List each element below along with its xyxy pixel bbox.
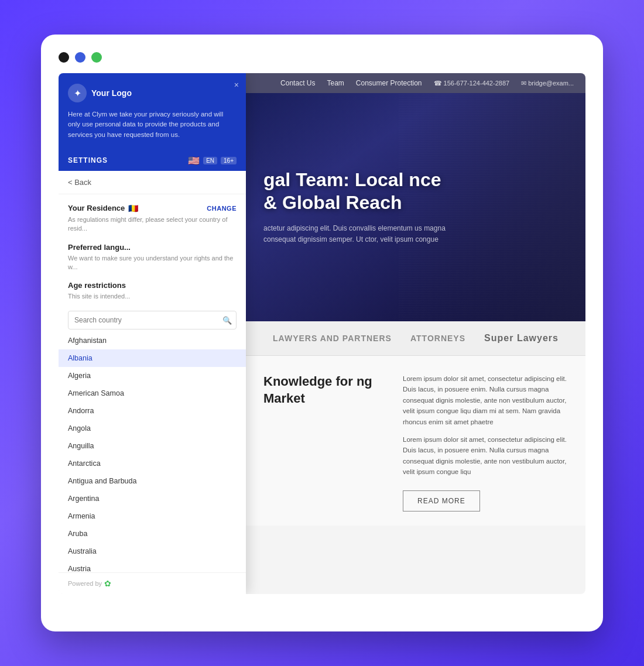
nav-contact[interactable]: Contact Us bbox=[280, 79, 315, 87]
cookie-panel: ✦ Your Logo × Here at Clym we take your … bbox=[59, 73, 246, 594]
list-item[interactable]: Armenia bbox=[59, 507, 246, 525]
hero-subtitle: actetur adipiscing elit. Duis convallis … bbox=[263, 223, 446, 245]
flag-us-icon: 🇺🇸 bbox=[188, 155, 200, 166]
change-residence-link[interactable]: CHANGE bbox=[207, 205, 237, 212]
list-item[interactable]: Albania bbox=[59, 349, 246, 367]
powered-by-text: Powered by bbox=[68, 580, 102, 587]
residence-title: Your Residence 🇷🇴 bbox=[68, 204, 138, 213]
content-body-2: Lorem ipsum dolor sit amet, consectetur … bbox=[403, 434, 568, 478]
list-item[interactable]: Antarctica bbox=[59, 455, 246, 472]
age-title-row: Age restrictions bbox=[68, 281, 237, 290]
settings-bar: SETTINGS 🇺🇸 EN 16+ bbox=[59, 150, 246, 171]
list-item[interactable]: Aruba bbox=[59, 525, 246, 543]
settings-label: SETTINGS bbox=[68, 156, 108, 164]
list-item[interactable]: Afghanistan bbox=[59, 332, 246, 349]
content-section: Knowledge for ng Market Lorem ipsum dolo… bbox=[246, 356, 585, 526]
content-title: Knowledge for ng Market bbox=[263, 373, 385, 407]
list-item[interactable]: Anguilla bbox=[59, 437, 246, 455]
language-title-row: Preferred langu... bbox=[68, 243, 237, 252]
list-item[interactable]: Austria bbox=[59, 560, 246, 572]
romania-flag-icon: 🇷🇴 bbox=[128, 204, 138, 213]
content-area: ✦ Your Logo × Here at Clym we take your … bbox=[59, 73, 585, 594]
browser-window: ✦ Your Logo × Here at Clym we take your … bbox=[41, 35, 603, 631]
dot-close[interactable] bbox=[59, 52, 69, 63]
language-desc: We want to make sure you understand your… bbox=[68, 254, 237, 272]
cookie-logo-icon: ✦ bbox=[68, 84, 87, 102]
site-hero: gal Team: Local nce & Global Reach actet… bbox=[246, 93, 585, 321]
content-right: Lorem ipsum dolor sit amet, consectetur … bbox=[403, 373, 568, 508]
logos-section: LAWYERS AND PARTNERS ATTORNEYS Super Law… bbox=[246, 321, 585, 356]
language-title: Preferred langu... bbox=[68, 243, 131, 252]
dot-minimize[interactable] bbox=[75, 52, 85, 63]
settings-right: 🇺🇸 EN 16+ bbox=[188, 155, 237, 166]
cookie-close-button[interactable]: × bbox=[234, 80, 239, 90]
nav-phone[interactable]: ☎ 156-677-124-442-2887 bbox=[434, 80, 510, 87]
logo-attorneys: ATTORNEYS bbox=[410, 334, 465, 343]
list-item[interactable]: Algeria bbox=[59, 367, 246, 385]
age-section: Age restrictions This site is intended..… bbox=[68, 281, 237, 301]
hero-title: gal Team: Local nce & Global Reach bbox=[263, 169, 446, 214]
country-search-wrapper: 🔍 bbox=[59, 311, 246, 329]
nav-team[interactable]: Team bbox=[327, 79, 344, 87]
cookie-description: Here at Clym we take your privacy seriou… bbox=[68, 109, 237, 140]
read-more-button[interactable]: READ MORE bbox=[403, 490, 480, 511]
hero-content: gal Team: Local nce & Global Reach actet… bbox=[263, 169, 446, 245]
content-left: Knowledge for ng Market bbox=[263, 373, 385, 508]
back-button[interactable]: < Back bbox=[59, 171, 246, 194]
residence-section: Your Residence 🇷🇴 CHANGE As regulations … bbox=[68, 204, 237, 234]
residence-desc: As regulations might differ, please sele… bbox=[68, 215, 237, 234]
list-item[interactable]: Argentina bbox=[59, 490, 246, 507]
list-item[interactable]: Australia bbox=[59, 543, 246, 560]
powered-logo-icon: ✿ bbox=[104, 579, 111, 588]
cookie-logo-text: Your Logo bbox=[91, 88, 132, 98]
age-badge[interactable]: 16+ bbox=[221, 157, 237, 164]
lang-badge[interactable]: EN bbox=[203, 157, 217, 164]
residence-title-row: Your Residence 🇷🇴 CHANGE bbox=[68, 204, 237, 213]
site-panel: Contact Us Team Consumer Protection ☎ 15… bbox=[246, 73, 585, 594]
back-label: < Back bbox=[68, 178, 91, 187]
list-item[interactable]: Angola bbox=[59, 420, 246, 437]
age-desc: This site is intended... bbox=[68, 292, 237, 301]
country-list: Afghanistan Albania Algeria American Sam… bbox=[59, 332, 246, 572]
language-section: Preferred langu... We want to make sure … bbox=[68, 243, 237, 272]
powered-by: Powered by ✿ bbox=[59, 572, 246, 594]
nav-email[interactable]: ✉ bridge@exam... bbox=[521, 80, 574, 87]
country-search-input[interactable] bbox=[68, 311, 237, 329]
site-nav: Contact Us Team Consumer Protection ☎ 15… bbox=[246, 73, 585, 93]
list-item[interactable]: Antigua and Barbuda bbox=[59, 472, 246, 490]
logo-super-lawyers: Super Lawyers bbox=[484, 333, 559, 344]
dot-maximize[interactable] bbox=[91, 52, 102, 63]
traffic-lights bbox=[59, 52, 585, 63]
content-body-1: Lorem ipsum dolor sit amet, consectetur … bbox=[403, 373, 568, 427]
list-item[interactable]: American Samoa bbox=[59, 385, 246, 402]
nav-consumer[interactable]: Consumer Protection bbox=[356, 79, 422, 87]
list-item[interactable]: Andorra bbox=[59, 402, 246, 420]
age-title: Age restrictions bbox=[68, 281, 126, 290]
cookie-header: ✦ Your Logo × Here at Clym we take your … bbox=[59, 73, 246, 150]
settings-sections: Your Residence 🇷🇴 CHANGE As regulations … bbox=[59, 194, 246, 311]
cookie-logo-row: ✦ Your Logo × bbox=[68, 84, 237, 102]
logo-lawyers: LAWYERS AND PARTNERS bbox=[273, 334, 392, 343]
search-icon: 🔍 bbox=[222, 315, 232, 324]
